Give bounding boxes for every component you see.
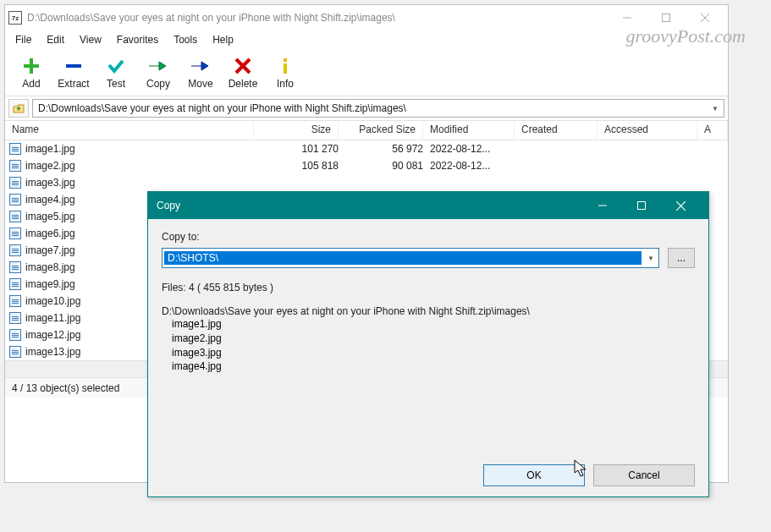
column-modified[interactable]: Modified [423,121,515,140]
file-row[interactable]: image1.jpg101 27056 9722022-08-12... [5,140,728,157]
browse-button[interactable]: ... [668,248,695,268]
ok-button[interactable]: OK [483,464,585,486]
copy-to-label: Copy to: [162,231,695,243]
info-button[interactable]: Info [264,54,306,91]
file-name: image3.jpg [25,177,254,189]
menubar: File Edit View Favorites Tools Help [5,30,728,49]
delete-button[interactable]: Delete [222,54,264,91]
file-icon [5,244,25,256]
file-icon [5,228,25,239]
menu-file[interactable]: File [8,32,38,47]
check-icon [107,56,125,76]
file-row[interactable]: image3.jpg [5,174,728,191]
column-extra[interactable]: A [697,121,728,140]
menu-view[interactable]: View [73,32,108,47]
move-label: Move [188,78,212,90]
file-icon [5,194,25,206]
status-text: 4 / 13 object(s) selected [12,382,119,394]
test-button[interactable]: Test [95,54,137,91]
file-row[interactable]: image2.jpg105 81890 0812022-08-12... [5,157,728,174]
column-name[interactable]: Name [5,121,254,140]
chevron-down-icon[interactable]: ▼ [712,105,719,112]
dialog-title: Copy [157,200,583,211]
file-packed: 56 972 [339,143,423,155]
dialog-titlebar: Copy [148,192,708,219]
svg-rect-5 [24,64,39,68]
file-name: image1.jpg [25,143,254,155]
svg-rect-9 [284,58,287,62]
copy-arrow-icon [147,56,169,76]
file-name: image2.jpg [25,160,254,172]
copy-dialog: Copy Copy to: D:\SHOTS\ ▼ ... Files: 4 (… [147,191,709,497]
file-icon [5,143,25,155]
file-icon [5,295,25,307]
dialog-maximize-button[interactable] [622,192,661,219]
column-packed[interactable]: Packed Size [339,121,423,140]
column-accessed[interactable]: Accessed [598,121,697,140]
file-modified: 2022-08-12... [423,160,515,172]
address-bar-row: D:\Downloads\Save your eyes at night on … [5,96,728,120]
address-text: D:\Downloads\Save your eyes at night on … [38,102,712,114]
delete-label: Delete [229,78,258,90]
file-icon [5,329,25,341]
info-label: Info [277,78,294,90]
window-title: D:\Downloads\Save your eyes at night on … [27,12,608,24]
files-summary: Files: 4 ( 455 815 bytes ) [162,282,695,293]
watermark: groovyPost.com [625,25,746,47]
destination-value: D:\SHOTS\ [164,251,642,265]
menu-favorites[interactable]: Favorites [110,32,165,47]
up-button[interactable] [8,99,29,118]
column-size[interactable]: Size [254,121,339,140]
minus-icon [64,56,83,76]
chevron-down-icon[interactable]: ▼ [643,255,658,262]
extract-button[interactable]: Extract [52,54,95,91]
file-icon [5,312,25,324]
extract-label: Extract [58,78,89,90]
move-arrow-icon [190,56,212,76]
add-label: Add [22,78,40,90]
dialog-file-list: image1.jpgimage2.jpgimage3.jpgimage4.jpg [162,317,695,374]
address-bar[interactable]: D:\Downloads\Save your eyes at night on … [32,99,724,118]
menu-edit[interactable]: Edit [40,32,71,47]
dialog-file-item: image3.jpg [172,346,695,360]
menu-help[interactable]: Help [206,32,240,47]
info-icon [276,56,295,76]
file-packed: 90 081 [339,160,423,172]
app-icon: 7z [8,11,22,25]
copy-button[interactable]: Copy [137,54,179,91]
folder-up-icon [13,102,25,114]
column-headers: Name Size Packed Size Modified Created A… [5,120,728,140]
file-icon [5,261,25,273]
file-icon [5,177,25,189]
svg-rect-6 [66,64,81,68]
dialog-file-item: image4.jpg [172,359,695,374]
file-icon [5,160,25,172]
dialog-minimize-button[interactable] [583,192,622,219]
svg-rect-12 [638,202,646,210]
x-icon [234,56,252,76]
plus-icon [22,56,41,76]
file-icon [5,278,25,290]
destination-combo[interactable]: D:\SHOTS\ ▼ [162,248,659,268]
dialog-body: Copy to: D:\SHOTS\ ▼ ... Files: 4 ( 455 … [148,219,708,386]
toolbar: Add Extract Test Copy Move [5,49,728,96]
source-path: D:\Downloads\Save your eyes at night on … [162,305,695,317]
file-size: 101 270 [254,143,339,155]
file-modified: 2022-08-12... [423,143,515,155]
cancel-button[interactable]: Cancel [593,464,695,486]
column-created[interactable]: Created [515,121,598,140]
copy-label: Copy [146,78,170,90]
add-button[interactable]: Add [10,54,52,91]
file-size: 105 818 [254,160,339,172]
svg-rect-1 [663,14,670,22]
svg-rect-10 [284,63,287,74]
dialog-file-item: image1.jpg [172,317,695,332]
file-icon [5,346,25,358]
test-label: Test [107,78,125,90]
dialog-close-button[interactable] [661,192,700,219]
menu-tools[interactable]: Tools [167,32,204,47]
move-button[interactable]: Move [179,54,222,91]
titlebar: 7z D:\Downloads\Save your eyes at night … [5,5,728,30]
dialog-file-item: image2.jpg [172,332,695,346]
file-icon [5,211,25,222]
